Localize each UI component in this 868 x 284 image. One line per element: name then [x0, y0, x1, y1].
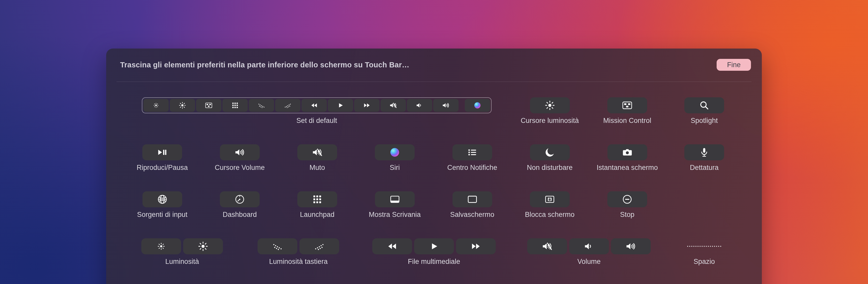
- touchbar-customization-panel: Trascina gli elementi preferiti nella pa…: [106, 49, 762, 284]
- dettatura-button[interactable]: [684, 144, 724, 160]
- set-di-default-button-12[interactable]: [433, 99, 459, 112]
- item-label: Riproduci/Pausa: [137, 164, 188, 172]
- item-label: Set di default: [296, 117, 337, 125]
- set-di-default-button-7[interactable]: [302, 99, 327, 112]
- spazio-button[interactable]: [684, 238, 724, 254]
- luminosita-button-2[interactable]: [183, 238, 223, 254]
- mission-control-icon: [205, 101, 213, 109]
- istantanea-schermo-button-group: [607, 144, 647, 160]
- brightness-low-icon: [152, 101, 160, 109]
- item-label: Blocca schermo: [525, 211, 575, 219]
- item-stop: Stop: [607, 191, 647, 219]
- non-disturbare-button[interactable]: [530, 144, 570, 160]
- set-di-default-button-5[interactable]: [249, 99, 274, 112]
- volume-button-1[interactable]: [527, 238, 567, 254]
- centro-notifiche-button[interactable]: [452, 144, 492, 160]
- set-di-default-button-9[interactable]: [354, 99, 379, 112]
- stop-circle-icon: [622, 194, 633, 205]
- mute-icon: [542, 241, 553, 252]
- stop-button-group: [607, 191, 647, 207]
- brightness-high-icon: [197, 241, 209, 252]
- item-label: Volume: [578, 258, 601, 266]
- siri-button-group: [375, 144, 414, 160]
- item-label: Muto: [309, 164, 325, 172]
- keyboard-brightness-high-icon: [284, 101, 292, 109]
- muto-button[interactable]: [297, 144, 337, 160]
- set-di-default-button-3[interactable]: [196, 99, 221, 112]
- cursore-luminosita-button-group: [530, 97, 570, 113]
- item-file-multimediale: File multimediale: [372, 238, 496, 266]
- item-non-disturbare: Non disturbare: [527, 144, 572, 172]
- luminosita-tastiera-button-1[interactable]: [257, 238, 297, 254]
- spotlight-button[interactable]: [684, 97, 724, 113]
- volume-low-icon: [584, 241, 594, 252]
- set-di-default-button-2[interactable]: [170, 99, 195, 112]
- volume-high-icon: [625, 241, 636, 252]
- file-multimediale-button-2[interactable]: [414, 238, 454, 254]
- set-di-default-button-11[interactable]: [407, 99, 432, 112]
- luminosita-tastiera-button-2[interactable]: [300, 238, 339, 254]
- item-istantanea-schermo: Istantanea schermo: [596, 144, 658, 172]
- keyboard-brightness-low-icon: [272, 241, 283, 252]
- spotlight-button-group: [684, 97, 724, 113]
- spazio-button-group: [684, 238, 724, 254]
- salvaschermo-button-group: [452, 191, 492, 207]
- siri-orb-icon: [389, 147, 400, 158]
- stop-button[interactable]: [607, 191, 647, 207]
- item-muto: Muto: [297, 144, 337, 172]
- item-label: Sorgenti di input: [137, 211, 187, 219]
- istantanea-schermo-button[interactable]: [607, 144, 647, 160]
- rewind-icon: [310, 101, 318, 109]
- mostra-scrivania-button[interactable]: [375, 191, 414, 207]
- dashboard-button[interactable]: [220, 191, 259, 207]
- item-siri: Siri: [375, 144, 414, 172]
- set-di-default-button-group: [142, 97, 492, 113]
- set-di-default-button-4[interactable]: [222, 99, 248, 112]
- item-label: File multimediale: [408, 258, 460, 266]
- file-multimediale-button-3[interactable]: [456, 238, 496, 254]
- volume-button-group: [527, 238, 651, 254]
- volume-button-2[interactable]: [569, 238, 609, 254]
- mission-control-button[interactable]: [607, 97, 647, 113]
- brightness-low-icon: [156, 241, 167, 252]
- volume-high-icon: [234, 147, 245, 158]
- mission-control-button-group: [607, 97, 647, 113]
- cursore-volume-button[interactable]: [220, 144, 259, 160]
- play-icon: [429, 241, 439, 252]
- item-luminosita: Luminosità: [141, 238, 223, 266]
- luminosita-button-1[interactable]: [141, 238, 181, 254]
- space-dotted-line: [687, 246, 721, 247]
- riproduci-pausa-button-group: [142, 144, 182, 160]
- set-di-default-button-10[interactable]: [380, 99, 406, 112]
- riproduci-pausa-button[interactable]: [142, 144, 182, 160]
- item-label: Mostra Scrivania: [369, 211, 421, 219]
- volume-low-icon: [416, 101, 424, 109]
- non-disturbare-button-group: [530, 144, 570, 160]
- launchpad-icon: [312, 194, 323, 205]
- item-label: Luminosità: [165, 258, 199, 266]
- set-di-default-button-1[interactable]: [144, 99, 169, 112]
- globe-icon: [157, 194, 168, 205]
- siri-button[interactable]: [375, 144, 414, 160]
- centro-notifiche-button-group: [452, 144, 492, 160]
- cursore-luminosita-button[interactable]: [530, 97, 570, 113]
- blocca-schermo-button[interactable]: [530, 191, 570, 207]
- rewind-icon: [387, 241, 398, 252]
- set-di-default-button-13[interactable]: [465, 99, 490, 112]
- item-label: Non disturbare: [527, 164, 572, 172]
- microphone-icon: [699, 147, 710, 158]
- sorgenti-di-input-button[interactable]: [142, 191, 182, 207]
- item-sorgenti-di-input: Sorgenti di input: [137, 191, 187, 219]
- item-blocca-schermo: Blocca schermo: [525, 191, 575, 219]
- item-set-di-default: Set di default: [142, 97, 492, 125]
- file-multimediale-button-1[interactable]: [372, 238, 412, 254]
- launchpad-button[interactable]: [297, 191, 337, 207]
- dashboard-button-group: [220, 191, 259, 207]
- item-label: Salvaschermo: [450, 211, 494, 219]
- volume-button-3[interactable]: [611, 238, 651, 254]
- salvaschermo-button[interactable]: [452, 191, 492, 207]
- set-di-default-button-8[interactable]: [328, 99, 353, 112]
- item-label: Cursore Volume: [215, 164, 265, 172]
- set-di-default-button-6[interactable]: [275, 99, 301, 112]
- item-label: Centro Notifiche: [447, 164, 497, 172]
